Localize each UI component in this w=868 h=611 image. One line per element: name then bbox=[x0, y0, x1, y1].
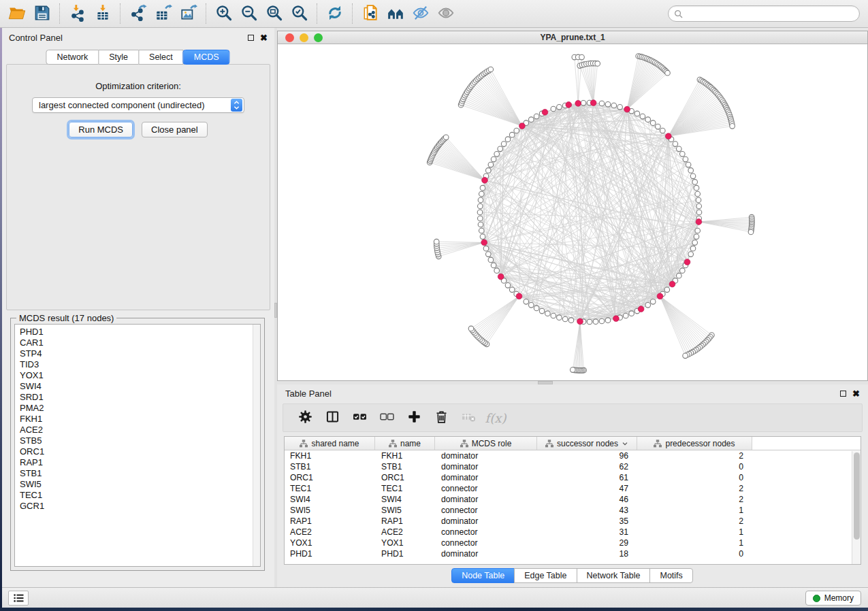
search-box[interactable] bbox=[668, 5, 860, 22]
table-row[interactable]: PHD1PHD1dominator180 bbox=[285, 548, 861, 559]
table-row[interactable]: ACE2ACE2connector311 bbox=[285, 527, 861, 538]
tab-edge-table[interactable]: Edge Table bbox=[514, 568, 577, 583]
trash-icon bbox=[434, 410, 449, 426]
table-row[interactable]: ORC1ORC1dominator610 bbox=[285, 472, 861, 483]
mcds-result-node[interactable]: SWI5 bbox=[20, 479, 260, 490]
show-graphics-details-button[interactable] bbox=[433, 2, 458, 25]
export-network-button[interactable] bbox=[125, 2, 150, 25]
mcds-result-node[interactable]: YOX1 bbox=[20, 370, 260, 381]
memory-button[interactable]: Memory bbox=[805, 591, 861, 606]
select-all-columns-button[interactable] bbox=[347, 406, 372, 429]
create-column-button[interactable] bbox=[402, 406, 426, 429]
mcds-result-node[interactable]: CAR1 bbox=[20, 337, 260, 348]
result-list-scrollbar[interactable] bbox=[253, 325, 260, 566]
table-row[interactable]: STB1STB1dominator620 bbox=[285, 461, 861, 472]
column-header-predecessor-nodes[interactable]: predecessor nodes bbox=[637, 437, 752, 450]
float-table-panel-icon[interactable] bbox=[840, 391, 846, 397]
zoom-selected-button[interactable] bbox=[287, 2, 312, 25]
show-column-panel-button[interactable] bbox=[320, 406, 344, 429]
column-header-name[interactable]: name bbox=[375, 437, 435, 450]
mcds-result-list[interactable]: PHD1CAR1STP4TID3YOX1SWI4SRD1PMA2FKH1ACE2… bbox=[14, 324, 261, 567]
mcds-result-node[interactable]: GCR1 bbox=[20, 501, 260, 512]
mcds-result-node[interactable]: TEC1 bbox=[20, 490, 260, 501]
cell-predecessor_nodes: 1 bbox=[637, 527, 752, 537]
table-row[interactable]: TEC1TEC1connector472 bbox=[285, 483, 861, 494]
network-graph[interactable] bbox=[278, 44, 867, 380]
close-panel-icon[interactable]: ✖ bbox=[260, 33, 268, 42]
tab-motifs[interactable]: Motifs bbox=[649, 568, 692, 583]
tab-network[interactable]: Network bbox=[46, 50, 99, 65]
mcds-result-node[interactable]: STB1 bbox=[20, 468, 260, 479]
mcds-result-node[interactable]: ACE2 bbox=[20, 425, 260, 435]
mcds-result-node[interactable]: PHD1 bbox=[20, 327, 260, 337]
run-mcds-button[interactable]: Run MCDS bbox=[69, 122, 133, 137]
cell-name: STB1 bbox=[375, 462, 435, 472]
zoom-in-icon bbox=[215, 4, 233, 24]
delete-column-button[interactable] bbox=[429, 406, 453, 429]
gear-icon bbox=[298, 410, 312, 426]
import-table-button[interactable] bbox=[90, 2, 115, 25]
tab-select[interactable]: Select bbox=[138, 50, 184, 65]
table-row[interactable]: SWI4SWI4dominator462 bbox=[285, 494, 861, 505]
hide-graphics-details-button[interactable] bbox=[408, 2, 433, 25]
toolbar-separator bbox=[59, 3, 60, 24]
mcds-result-node[interactable]: STP4 bbox=[20, 348, 260, 359]
tab-mcds[interactable]: MCDS bbox=[183, 50, 230, 65]
table-settings-button[interactable] bbox=[293, 406, 317, 429]
zoom-out-button[interactable] bbox=[236, 2, 261, 25]
share-document-button[interactable] bbox=[357, 2, 383, 25]
float-panel-icon[interactable] bbox=[248, 35, 254, 41]
cell-predecessor_nodes: 0 bbox=[637, 549, 752, 559]
column-header-shared-name[interactable]: shared name bbox=[285, 437, 375, 450]
tab-node-table[interactable]: Node Table bbox=[451, 568, 515, 583]
network-window-titlebar[interactable]: YPA_prune.txt_1 bbox=[278, 31, 867, 44]
close-table-panel-icon[interactable]: ✖ bbox=[852, 389, 860, 398]
zoom-in-button[interactable] bbox=[211, 2, 236, 25]
window-minimize-light[interactable] bbox=[300, 33, 308, 42]
cell-shared_name: SWI4 bbox=[285, 495, 375, 504]
mcds-result-node[interactable]: TID3 bbox=[20, 359, 260, 370]
table-row[interactable]: FKH1FKH1dominator962 bbox=[285, 450, 861, 461]
export-image-button[interactable] bbox=[176, 2, 201, 25]
table-scrollbar[interactable] bbox=[852, 451, 861, 564]
mcds-result-node[interactable]: PMA2 bbox=[20, 403, 260, 414]
panel-menu-button[interactable] bbox=[8, 591, 29, 606]
import-network-button[interactable] bbox=[65, 2, 90, 25]
tab-network-table[interactable]: Network Table bbox=[577, 568, 651, 583]
zoom-fit-button[interactable] bbox=[261, 2, 287, 25]
column-header-successor-nodes[interactable]: successor nodes bbox=[537, 437, 637, 450]
window-maximize-light[interactable] bbox=[314, 33, 323, 42]
close-panel-button[interactable]: Close panel bbox=[142, 122, 208, 137]
cell-shared_name: FKH1 bbox=[285, 451, 375, 461]
cell-name: RAP1 bbox=[375, 516, 435, 526]
mcds-result-node[interactable]: ORC1 bbox=[20, 446, 260, 457]
export-table-button[interactable] bbox=[150, 2, 176, 25]
table-scrollbar-thumb[interactable] bbox=[854, 452, 860, 540]
window-close-light[interactable] bbox=[285, 33, 294, 42]
open-file-button[interactable] bbox=[4, 2, 29, 25]
cell-successor_nodes: 31 bbox=[537, 527, 637, 537]
deselect-all-columns-button[interactable] bbox=[374, 406, 399, 429]
refresh-layout-button[interactable] bbox=[322, 2, 347, 25]
function-builder-button: f(x) bbox=[483, 406, 508, 429]
table-header-row: shared namenameMCDS rolesuccessor nodesp… bbox=[285, 437, 861, 450]
search-input[interactable] bbox=[686, 9, 854, 18]
mcds-result-node[interactable]: RAP1 bbox=[20, 457, 260, 468]
optimization-criterion-select[interactable]: largest connected component (undirected) bbox=[32, 97, 244, 113]
mcds-result-node[interactable]: FKH1 bbox=[20, 414, 260, 425]
control-panel-tabs: NetworkStyleSelectMCDS bbox=[46, 50, 229, 65]
mcds-result-node[interactable]: SRD1 bbox=[20, 392, 260, 403]
mcds-result-node[interactable]: STB5 bbox=[20, 435, 260, 446]
tab-style[interactable]: Style bbox=[98, 50, 139, 65]
network-overview-button[interactable] bbox=[383, 2, 408, 25]
table-row[interactable]: RAP1RAP1dominator352 bbox=[285, 516, 861, 527]
cell-successor_nodes: 61 bbox=[537, 473, 637, 482]
column-header-MCDS-role[interactable]: MCDS role bbox=[435, 437, 537, 450]
table-row[interactable]: YOX1YOX1connector291 bbox=[285, 538, 861, 548]
mcds-result-node[interactable]: SWI4 bbox=[20, 381, 260, 392]
check-boxes-icon bbox=[353, 410, 367, 426]
table-row[interactable]: SWI5SWI5connector431 bbox=[285, 505, 861, 516]
network-view-canvas[interactable] bbox=[278, 44, 867, 380]
save-session-button[interactable] bbox=[29, 2, 54, 25]
cell-name: FKH1 bbox=[375, 451, 435, 461]
